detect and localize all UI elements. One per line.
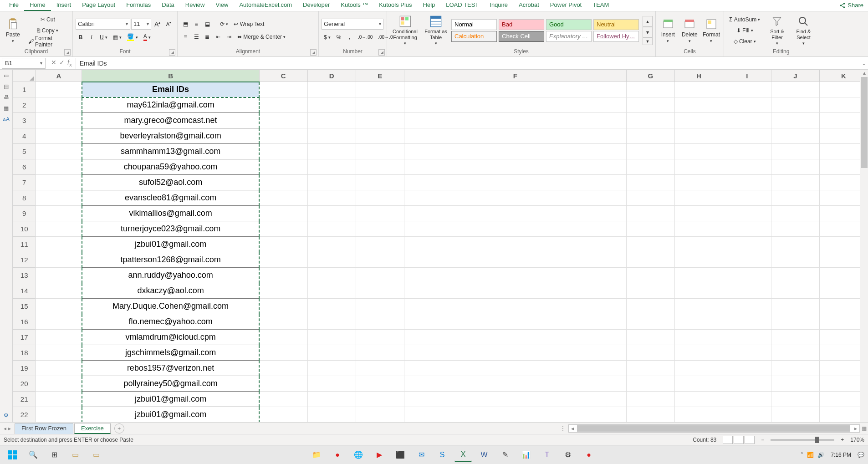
normal-view-button[interactable] xyxy=(723,436,733,444)
row-header-8[interactable]: 8 xyxy=(13,190,36,206)
ribbon-tab-inquire[interactable]: Inquire xyxy=(484,0,513,11)
zoom-out-button[interactable]: − xyxy=(761,437,764,443)
cell-G20[interactable] xyxy=(626,376,674,392)
number-format-select[interactable]: General▾ xyxy=(322,19,383,30)
cell-F22[interactable] xyxy=(404,407,626,423)
taskbar-app[interactable]: ▶ xyxy=(371,448,388,462)
ribbon-tab-load-test[interactable]: LOAD TEST xyxy=(440,0,484,11)
taskbar-app[interactable]: X xyxy=(454,448,472,462)
cell-G17[interactable] xyxy=(626,330,674,345)
cell-B17[interactable]: vmlamdrum@icloud.cpm xyxy=(82,330,259,345)
autosum-button[interactable]: Σ AutoSum ▾ xyxy=(727,15,762,25)
cell-A18[interactable] xyxy=(36,345,82,361)
cell-I7[interactable] xyxy=(723,175,771,190)
start-button[interactable] xyxy=(4,448,21,462)
cell-I17[interactable] xyxy=(723,330,771,345)
align-right-button[interactable]: ≣ xyxy=(202,32,212,42)
cell-F2[interactable] xyxy=(404,97,626,113)
row-header-18[interactable]: 18 xyxy=(13,345,36,361)
cell-H15[interactable] xyxy=(674,299,723,314)
cell-F1[interactable] xyxy=(404,82,626,97)
taskbar-app[interactable]: ▭ xyxy=(66,448,84,462)
cell-H16[interactable] xyxy=(674,314,723,330)
cell-G10[interactable] xyxy=(626,221,674,237)
row-header-5[interactable]: 5 xyxy=(13,144,36,159)
format-painter-button[interactable]: 🖌 Format Painter xyxy=(26,36,70,46)
cell-E13[interactable] xyxy=(356,268,404,283)
cell-E1[interactable] xyxy=(356,82,404,97)
row-header-2[interactable]: 2 xyxy=(13,97,36,113)
cell-F21[interactable] xyxy=(404,392,626,407)
cell-J12[interactable] xyxy=(771,252,819,268)
taskbar-app[interactable]: ⚙ xyxy=(559,448,577,462)
column-header-C[interactable]: C xyxy=(259,70,307,82)
row-header-19[interactable]: 19 xyxy=(13,361,36,376)
cell-E9[interactable] xyxy=(356,206,404,221)
cell-D6[interactable] xyxy=(307,159,356,175)
cell-H20[interactable] xyxy=(674,376,723,392)
cell-E18[interactable] xyxy=(356,345,404,361)
cell-F13[interactable] xyxy=(404,268,626,283)
cell-F7[interactable] xyxy=(404,175,626,190)
cell-I8[interactable] xyxy=(723,190,771,206)
align-top-button[interactable]: ⬒ xyxy=(180,19,190,29)
cell-C20[interactable] xyxy=(259,376,307,392)
cell-A9[interactable] xyxy=(36,206,82,221)
ribbon-tab-formulas[interactable]: Formulas xyxy=(121,0,156,11)
cell-J1[interactable] xyxy=(771,82,819,97)
enter-formula-button[interactable]: ✓ xyxy=(59,59,65,67)
cell-G9[interactable] xyxy=(626,206,674,221)
font-size-select[interactable]: 11▾ xyxy=(131,19,151,30)
italic-button[interactable]: I xyxy=(87,32,97,42)
cell-I16[interactable] xyxy=(723,314,771,330)
row-header-3[interactable]: 3 xyxy=(13,113,36,128)
cell-F17[interactable] xyxy=(404,330,626,345)
taskbar-app[interactable]: 📁 xyxy=(308,448,325,462)
cell-A19[interactable] xyxy=(36,361,82,376)
cell-C11[interactable] xyxy=(259,237,307,252)
cut-button[interactable]: ✂ Cut xyxy=(26,15,70,25)
row-header-10[interactable]: 10 xyxy=(13,221,36,237)
column-header-J[interactable]: J xyxy=(771,70,819,82)
styles-more-button[interactable]: ▼ xyxy=(643,38,653,45)
search-button[interactable]: 🔍 xyxy=(25,448,42,462)
sort-filter-button[interactable]: Sort & Filter▾ xyxy=(765,14,789,46)
cell-J3[interactable] xyxy=(771,113,819,128)
cell-E12[interactable] xyxy=(356,252,404,268)
cell-D14[interactable] xyxy=(307,283,356,299)
cell-C22[interactable] xyxy=(259,407,307,423)
cell-E16[interactable] xyxy=(356,314,404,330)
cell-H17[interactable] xyxy=(674,330,723,345)
horizontal-scrollbar[interactable]: ◂▸ xyxy=(568,424,860,433)
cell-J4[interactable] xyxy=(771,128,819,144)
cell-F3[interactable] xyxy=(404,113,626,128)
ribbon-tab-acrobat[interactable]: Acrobat xyxy=(513,0,545,11)
cell-G13[interactable] xyxy=(626,268,674,283)
cell-F19[interactable] xyxy=(404,361,626,376)
vertical-scrollbar[interactable]: ▴ xyxy=(860,70,868,422)
cell-B3[interactable]: mary.greco@comcast.net xyxy=(82,113,259,128)
cell-F14[interactable] xyxy=(404,283,626,299)
cell-C5[interactable] xyxy=(259,144,307,159)
cell-style-normal[interactable]: Normal xyxy=(451,19,497,30)
cell-J14[interactable] xyxy=(771,283,819,299)
cell-D1[interactable] xyxy=(307,82,356,97)
cell-G14[interactable] xyxy=(626,283,674,299)
cell-E4[interactable] xyxy=(356,128,404,144)
cell-H11[interactable] xyxy=(674,237,723,252)
column-header-H[interactable]: H xyxy=(674,70,723,82)
cell-H13[interactable] xyxy=(674,268,723,283)
cell-H5[interactable] xyxy=(674,144,723,159)
cell-B7[interactable]: sufol52@aol.com xyxy=(82,175,259,190)
taskbar-app[interactable]: 🌐 xyxy=(350,448,367,462)
cell-D7[interactable] xyxy=(307,175,356,190)
scroll-config[interactable]: ▦ xyxy=(860,425,868,432)
row-header-11[interactable]: 11 xyxy=(13,237,36,252)
row-header-20[interactable]: 20 xyxy=(13,376,36,392)
row-header-13[interactable]: 13 xyxy=(13,268,36,283)
row-header-22[interactable]: 22 xyxy=(13,407,36,423)
font-dialog-launcher[interactable]: ◢ xyxy=(169,49,175,56)
cell-C7[interactable] xyxy=(259,175,307,190)
column-header-D[interactable]: D xyxy=(307,70,356,82)
clipboard-dialog-launcher[interactable]: ◢ xyxy=(64,49,71,56)
